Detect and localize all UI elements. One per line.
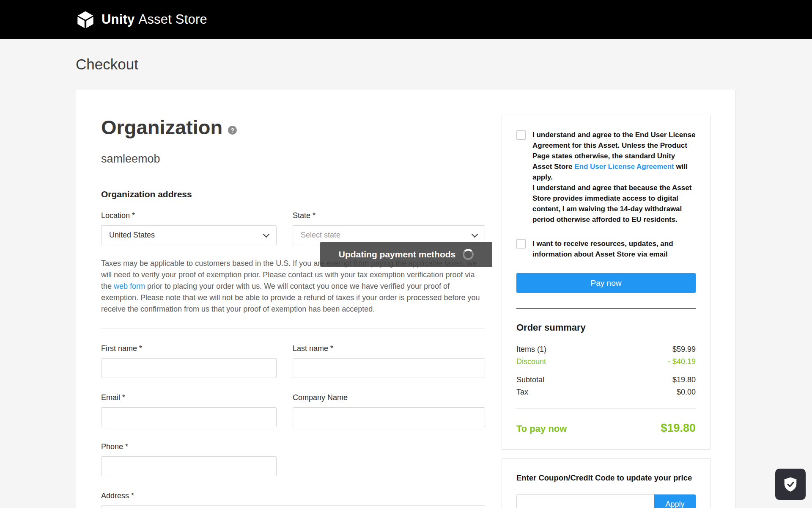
privacy-shield-badge[interactable]: [775, 469, 806, 500]
brand-asset-store: Asset Store: [139, 12, 207, 27]
tax-note-text-2: prior to placing your order with us. We …: [101, 282, 480, 313]
items-label: Items (1): [516, 345, 546, 354]
phone-input[interactable]: [101, 456, 277, 476]
last-name-input[interactable]: [293, 358, 485, 378]
state-label: State *: [293, 211, 485, 220]
to-pay-now-value: $19.80: [661, 422, 696, 435]
tax-label: Tax: [516, 388, 528, 397]
summary-row-discount: Discount - $40.19: [516, 357, 696, 366]
page-title: Checkout: [76, 56, 812, 73]
summary-row-subtotal: Subtotal $19.80: [516, 375, 696, 384]
newsletter-text: I want to receive resources, updates, an…: [532, 238, 696, 260]
unity-cube-icon: [76, 10, 95, 29]
summary-divider: [516, 308, 696, 309]
discount-label: Discount: [516, 357, 546, 366]
help-icon[interactable]: ?: [228, 126, 237, 135]
brand-text: UnityAsset Store: [102, 12, 207, 27]
apply-coupon-button[interactable]: Apply: [654, 494, 696, 508]
summary-row-tax: Tax $0.00: [516, 388, 696, 397]
organization-address-heading: Organization address: [101, 189, 485, 199]
coupon-card: Enter Coupon/Credit Code to update your …: [502, 458, 710, 508]
phone-label: Phone *: [101, 442, 277, 451]
subtotal-value: $19.80: [672, 375, 696, 384]
first-name-label: First name *: [101, 344, 277, 353]
web-form-link[interactable]: web form: [114, 282, 145, 290]
location-label: Location *: [101, 211, 277, 220]
total-divider: [516, 409, 696, 409]
loading-spinner-icon: [463, 249, 474, 260]
first-name-input[interactable]: [101, 358, 277, 378]
pay-now-button[interactable]: Pay now: [516, 273, 696, 293]
order-summary-title: Order summary: [516, 322, 696, 333]
unity-asset-store-logo[interactable]: UnityAsset Store: [76, 10, 207, 29]
brand-unity: Unity: [102, 12, 135, 27]
shield-check-icon: [782, 476, 798, 492]
eula-checkbox[interactable]: [516, 130, 526, 140]
organization-form: Organization ? samleemob Organization ad…: [101, 115, 485, 508]
discount-value: - $40.19: [668, 357, 696, 366]
email-label: Email *: [101, 393, 277, 402]
company-name-label: Company Name: [293, 393, 485, 402]
payment-card: I understand and agree to the End User L…: [502, 115, 710, 450]
payment-sidebar: I understand and agree to the End User L…: [502, 115, 710, 508]
organization-title: Organization: [101, 117, 222, 137]
top-bar: UnityAsset Store: [0, 0, 812, 39]
state-placeholder: Select state: [301, 231, 340, 240]
chevron-down-icon: [263, 231, 270, 237]
tax-value: $0.00: [677, 388, 696, 397]
to-pay-now-label: To pay now: [516, 423, 567, 434]
summary-row-items: Items (1) $59.99: [516, 345, 696, 354]
coupon-heading: Enter Coupon/Credit Code to update your …: [516, 473, 696, 483]
email-input[interactable]: [101, 407, 277, 427]
location-select[interactable]: United States: [101, 225, 277, 245]
company-name-input[interactable]: [293, 407, 485, 427]
coupon-code-input[interactable]: [516, 494, 654, 508]
newsletter-checkbox[interactable]: [516, 239, 526, 248]
organization-name: samleemob: [101, 152, 485, 166]
last-name-label: Last name *: [293, 344, 485, 353]
items-value: $59.99: [672, 345, 696, 354]
address-input[interactable]: [101, 505, 485, 508]
total-row: To pay now $19.80: [516, 422, 696, 435]
eula-agreement-text: I understand and agree to the End User L…: [532, 130, 696, 225]
form-divider: [101, 329, 485, 329]
address-label: Address *: [101, 491, 485, 500]
chevron-down-icon: [472, 231, 478, 237]
updating-payment-toast: Updating payment methods: [320, 242, 492, 267]
eula-text-3: I understand and agree that because the …: [532, 182, 696, 225]
location-value: United States: [109, 231, 155, 240]
toast-message: Updating payment methods: [339, 249, 456, 260]
subtotal-label: Subtotal: [516, 375, 544, 384]
eula-link[interactable]: End User License Agreement: [574, 163, 674, 171]
checkout-card: Organization ? samleemob Organization ad…: [76, 90, 736, 508]
